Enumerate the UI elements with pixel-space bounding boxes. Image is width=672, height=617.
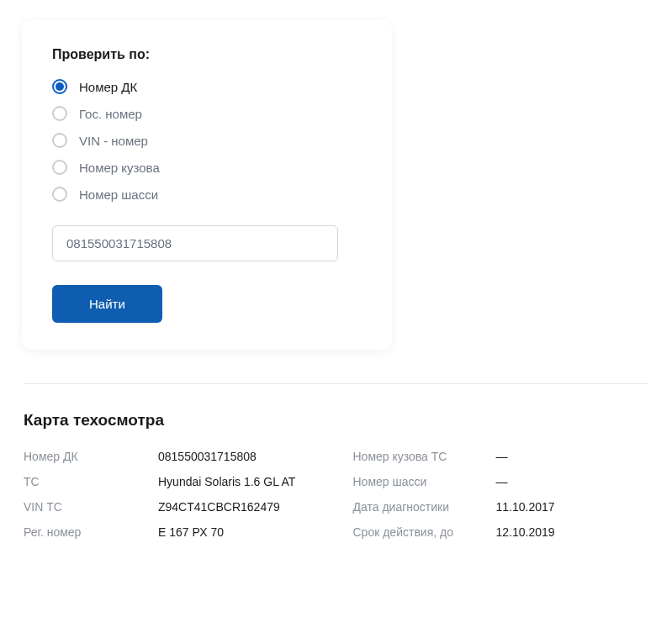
radio-label: Номер кузова — [79, 161, 160, 175]
radio-icon — [52, 160, 67, 175]
result-value: Е 167 РХ 70 — [158, 525, 224, 539]
radio-option-gosnomer[interactable]: Гос. номер — [52, 106, 362, 121]
result-value: 081550031715808 — [158, 450, 257, 463]
search-title: Проверить по: — [52, 47, 362, 62]
radio-option-vin[interactable]: VIN - номер — [52, 133, 362, 148]
result-row: Рег. номер Е 167 РХ 70 — [24, 525, 320, 539]
radio-label: Гос. номер — [79, 107, 142, 121]
radio-label: Номер ДК — [79, 80, 137, 94]
result-value: — — [496, 475, 508, 488]
divider — [24, 383, 648, 384]
result-label: Срок действия, до — [353, 525, 496, 539]
result-column-right: Номер кузова ТС — Номер шасси — Дата диа… — [353, 450, 649, 551]
result-value: 11.10.2017 — [496, 500, 555, 514]
result-section: Карта техосмотра Номер ДК 08155003171580… — [7, 411, 665, 551]
result-row: Срок действия, до 12.10.2019 — [353, 525, 649, 539]
radio-option-shassi[interactable]: Номер шасси — [52, 187, 362, 202]
radio-icon — [52, 187, 67, 202]
radio-label: Номер шасси — [79, 187, 158, 202]
result-row: Номер кузова ТС — — [353, 450, 649, 463]
result-title: Карта техосмотра — [24, 411, 648, 430]
result-row: Номер ДК 081550031715808 — [24, 450, 320, 463]
radio-option-kuzov[interactable]: Номер кузова — [52, 160, 362, 175]
result-label: Номер ДК — [24, 450, 158, 463]
result-label: ТС — [24, 475, 158, 488]
result-value: Hyundai Solaris 1.6 GL AT — [158, 475, 295, 488]
result-row: ТС Hyundai Solaris 1.6 GL AT — [24, 475, 320, 488]
result-label: Рег. номер — [24, 525, 158, 539]
result-label: VIN ТС — [24, 500, 158, 514]
search-input[interactable] — [52, 225, 338, 261]
search-button[interactable]: Найти — [52, 285, 162, 323]
radio-option-dk[interactable]: Номер ДК — [52, 79, 362, 94]
result-value: 12.10.2019 — [496, 525, 555, 539]
result-label: Дата диагностики — [353, 500, 496, 514]
radio-icon — [52, 106, 67, 121]
result-row: VIN ТС Z94CT41CBCR162479 — [24, 500, 320, 514]
radio-icon — [52, 79, 67, 94]
result-column-left: Номер ДК 081550031715808 ТС Hyundai Sola… — [24, 450, 320, 551]
result-row: Номер шасси — — [353, 475, 649, 488]
result-grid: Номер ДК 081550031715808 ТС Hyundai Sola… — [24, 450, 648, 551]
search-card: Проверить по: Номер ДК Гос. номер VIN - … — [22, 20, 392, 350]
result-value: — — [496, 450, 508, 463]
result-label: Номер кузова ТС — [353, 450, 496, 463]
radio-icon — [52, 133, 67, 148]
result-value: Z94CT41CBCR162479 — [158, 500, 280, 514]
radio-label: VIN - номер — [79, 134, 148, 148]
result-row: Дата диагностики 11.10.2017 — [353, 500, 649, 514]
radio-group: Номер ДК Гос. номер VIN - номер Номер ку… — [52, 79, 362, 202]
result-label: Номер шасси — [353, 475, 496, 488]
